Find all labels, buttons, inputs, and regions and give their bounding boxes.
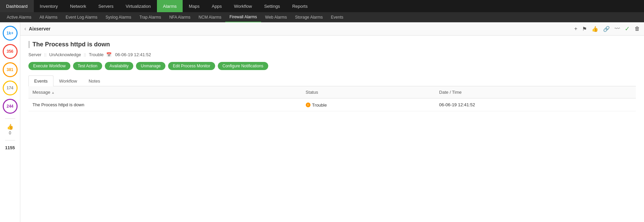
events-table-body: The Process httpd is down!Trouble06-06-1… [28, 98, 636, 111]
status-dot: ! [306, 103, 310, 107]
sub-nav-item-active-alarms[interactable]: Active Alarms [3, 12, 36, 22]
events-table: Message▲StatusDate / Time The Process ht… [28, 86, 636, 111]
top-nav-item-network[interactable]: Network [64, 0, 92, 12]
collapse-chevron[interactable]: ‹ [24, 26, 26, 32]
flag-icon[interactable]: ⚑ [582, 26, 587, 32]
sub-nav-item-web-alarms[interactable]: Web Alarms [261, 12, 291, 22]
action-btn-configure-notifications[interactable]: Configure Notifications [218, 62, 268, 70]
alarm-detail: The Process httpd is down Server :: UnAc… [20, 36, 644, 117]
top-nav-item-maps[interactable]: Maps [183, 0, 206, 12]
events-table-head: Message▲StatusDate / Time [28, 86, 636, 98]
sidebar-badge-blue[interactable]: 1k+ [3, 26, 18, 41]
top-nav-item-settings[interactable]: Settings [258, 0, 286, 12]
top-nav-item-virtualization[interactable]: Virtualization [120, 0, 157, 12]
status-badge: !Trouble [306, 103, 327, 108]
sub-nav-item-storage-alarms[interactable]: Storage Alarms [291, 12, 327, 22]
check-action-icon[interactable]: ✓ [625, 25, 630, 32]
server-name: Aixserver [29, 26, 50, 31]
link-action-icon[interactable]: 🔗 [603, 26, 610, 32]
tabs-bar: EventsWorkflowNotes [28, 75, 636, 86]
sidebar-badge-red[interactable]: 356 [3, 44, 18, 59]
alarm-title: The Process httpd is down [28, 41, 636, 48]
cell-status: !Trouble [302, 98, 435, 111]
main-layout: 1k+356381174244 👍 0 1155 ‹ Aixserver + ⚑… [0, 22, 644, 222]
sub-navigation: Active AlarmsAll AlarmsEvent Log AlarmsS… [0, 12, 644, 22]
sub-nav-item-nfa-alarms[interactable]: NFA Alarms [165, 12, 194, 22]
sidebar-badge-yellow[interactable]: 174 [3, 81, 18, 95]
sidebar-badge-orange[interactable]: 381 [3, 62, 18, 77]
top-nav-item-dashboard[interactable]: Dashboard [0, 0, 34, 12]
sidebar-thumb-section: 👍 0 [7, 124, 14, 135]
top-navigation: DashboardInventoryNetworkServersVirtuali… [0, 0, 644, 12]
detail-header-left: ‹ Aixserver [24, 26, 50, 32]
sidebar-divider [5, 118, 15, 119]
sidebar-badge-purple[interactable]: 244 [3, 99, 18, 114]
status-label: Trouble [312, 103, 327, 108]
thumbsup-action-icon[interactable]: 👍 [592, 26, 598, 32]
content-area: ‹ Aixserver + ⚑ 👍 🔗 〰 ✓ 🗑 The Process ht… [20, 22, 644, 222]
action-btn-unmanage[interactable]: Unmanage [136, 62, 165, 70]
col-status: Status [302, 86, 435, 98]
add-icon[interactable]: + [574, 26, 577, 32]
top-nav-item-workflow[interactable]: Workflow [228, 0, 258, 12]
col-message[interactable]: Message▲ [28, 86, 302, 98]
action-buttons: Execute WorkflowTest ActionAvailabilityU… [28, 62, 636, 70]
sub-nav-item-event-log-alarms[interactable]: Event Log Alarms [62, 12, 101, 22]
action-btn-edit-process-monitor[interactable]: Edit Process Monitor [168, 62, 215, 70]
top-nav-item-reports[interactable]: Reports [286, 0, 314, 12]
cell-datetime: 06-06-19 12:41:52 [435, 98, 636, 111]
top-nav-item-alarms[interactable]: Alarms [157, 0, 183, 12]
action-btn-execute-workflow[interactable]: Execute Workflow [28, 62, 70, 70]
calendar-icon: 📅 [106, 52, 112, 57]
action-btn-availability[interactable]: Availability [105, 62, 133, 70]
top-nav-item-apps[interactable]: Apps [206, 0, 228, 12]
top-nav-item-servers[interactable]: Servers [92, 0, 120, 12]
sub-nav-item-syslog-alarms[interactable]: Syslog Alarms [101, 12, 135, 22]
detail-header-bar: ‹ Aixserver + ⚑ 👍 🔗 〰 ✓ 🗑 [20, 22, 644, 36]
thumb-count: 0 [9, 131, 11, 135]
col-date-time: Date / Time [435, 86, 636, 98]
tab-notes[interactable]: Notes [83, 75, 106, 86]
tab-workflow[interactable]: Workflow [53, 75, 83, 86]
tab-events[interactable]: Events [28, 75, 53, 86]
detail-header-right: + ⚑ 👍 🔗 〰 ✓ 🗑 [574, 25, 640, 32]
meta-sep1: :: [44, 52, 46, 57]
sub-nav-item-trap-alarms[interactable]: Trap Alarms [135, 12, 165, 22]
alarm-meta: Server :: UnAcknowledge :: Trouble 📅 06-… [28, 52, 636, 57]
trash-action-icon[interactable]: 🗑 [635, 26, 640, 32]
meta-ack-label: UnAcknowledge [49, 52, 81, 57]
sub-nav-item-events[interactable]: Events [327, 12, 347, 22]
top-nav-item-inventory[interactable]: Inventory [34, 0, 64, 12]
table-row: The Process httpd is down!Trouble06-06-1… [28, 98, 636, 111]
left-sidebar: 1k+356381174244 👍 0 1155 [0, 22, 20, 222]
graph-action-icon[interactable]: 〰 [615, 26, 620, 32]
sidebar-divider-2 [5, 140, 15, 140]
sidebar-bottom-num: 1155 [5, 145, 15, 150]
sub-nav-item-ncm-alarms[interactable]: NCM Alarms [194, 12, 225, 22]
action-btn-test-action[interactable]: Test Action [73, 62, 102, 70]
meta-server-label: Server [28, 52, 41, 57]
thumbsup-icon: 👍 [7, 124, 14, 130]
sub-nav-item-all-alarms[interactable]: All Alarms [36, 12, 62, 22]
meta-severity: Trouble [89, 52, 104, 57]
sub-nav-item-firewall-alarms[interactable]: Firewall Alarms [225, 12, 261, 22]
alarm-timestamp: 06-06-19 12:41:52 [115, 52, 151, 57]
cell-message: The Process httpd is down [28, 98, 302, 111]
meta-sep2: :: [84, 52, 86, 57]
